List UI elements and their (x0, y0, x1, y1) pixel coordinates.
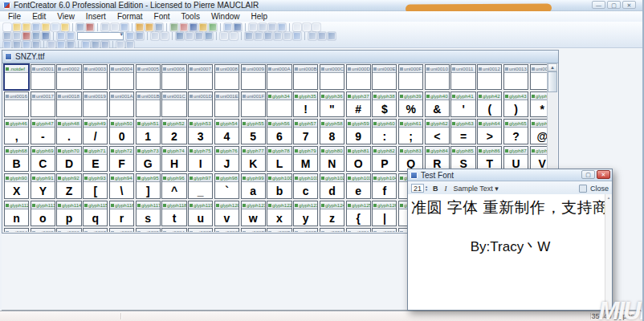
glyph-cell-glyph120[interactable]: glyph120v (214, 201, 239, 226)
glyph-cell-glyph90[interactable]: glyph90X (4, 173, 29, 199)
toolbar-icon[interactable] (259, 23, 267, 31)
glyph-cell-uni0088[interactable]: uni0088 (109, 228, 134, 232)
toolbar-combobox[interactable] (77, 32, 124, 40)
glyph-cell-uni0004[interactable]: uni0004 (109, 64, 134, 90)
toolbar-icon[interactable] (42, 32, 50, 40)
glyph-cell-glyph34[interactable]: glyph34 (267, 91, 291, 117)
dialog-close-button[interactable]: Close (590, 185, 609, 193)
toolbar-icon[interactable] (268, 23, 276, 31)
glyph-cell-glyph98[interactable]: glyph98` (214, 173, 239, 199)
glyph-cell-glyph118[interactable]: glyph118t (161, 201, 186, 226)
toolbar-icon[interactable] (283, 32, 291, 40)
toolbar-icon[interactable] (22, 41, 31, 49)
glyph-cell-glyph69[interactable]: glyph69C (31, 146, 55, 172)
glyph-cell-uni0009[interactable]: uni0009 (241, 64, 266, 90)
glyph-cell-glyph100[interactable]: glyph100b (267, 173, 291, 199)
glyph-cell-uni0001[interactable]: uni0001 (31, 64, 55, 90)
toolbar-icon[interactable] (126, 32, 134, 40)
toolbar-icon[interactable] (42, 23, 50, 31)
italic-toggle[interactable]: I (442, 185, 448, 193)
toolbar-icon[interactable] (111, 23, 119, 31)
toolbar-icon[interactable] (61, 23, 69, 31)
glyph-cell-uni0014[interactable]: uni0014 (530, 64, 548, 90)
menu-item-format[interactable]: Format (112, 11, 149, 22)
glyph-cell-glyph60[interactable]: glyph60: (372, 119, 397, 144)
glyph-cell-glyph114[interactable]: glyph114p (56, 201, 81, 226)
glyph-cell-glyph38[interactable]: glyph38$ (372, 91, 397, 117)
glyph-cell-glyph125[interactable]: glyph125{ (346, 201, 371, 226)
toolbar-icon[interactable] (293, 23, 301, 31)
glyph-cell-glyph57[interactable]: glyph577 (293, 119, 318, 144)
menu-item-help[interactable]: Help (246, 11, 274, 22)
toolbar-icon[interactable] (82, 41, 90, 49)
glyph-cell-uni008D[interactable]: uni008D (241, 228, 266, 232)
toolbar-icon[interactable] (116, 41, 124, 49)
glyph-cell-uni0089[interactable]: uni0089 (136, 228, 161, 232)
toolbar-icon[interactable] (3, 41, 11, 49)
glyph-cell-glyph116[interactable]: glyph116r (109, 201, 134, 226)
toolbar-icon[interactable] (312, 23, 320, 31)
glyph-cell-glyph104[interactable]: glyph104f (372, 173, 397, 199)
glyph-cell-glyph124[interactable]: glyph124z (320, 201, 344, 226)
toolbar-icon[interactable] (170, 23, 178, 31)
glyph-cell-uni008F[interactable]: uni008F (293, 228, 318, 232)
glyph-cell-uni0005[interactable]: uni0005 (136, 64, 161, 90)
glyph-cell-glyph119[interactable]: glyph119u (188, 201, 213, 226)
glyph-cell-glyph41[interactable]: glyph41' (450, 91, 475, 117)
toolbar-icon[interactable] (67, 32, 75, 40)
glyph-cell-glyph37[interactable]: glyph37# (346, 91, 371, 117)
glyph-cell-uni001C[interactable]: uni001C (161, 91, 186, 117)
glyph-cell-uni008C[interactable]: uni008C (214, 228, 239, 232)
glyph-cell-glyph79[interactable]: glyph79M (293, 146, 318, 172)
glyph-cell-glyph35[interactable]: glyph35! (293, 91, 318, 117)
glyph-cell-uni0086[interactable]: uni0086 (56, 228, 81, 232)
toolbar-icon[interactable] (136, 32, 144, 40)
glyph-cell-glyph64[interactable]: glyph64> (477, 119, 502, 144)
toolbar-icon[interactable] (3, 23, 11, 31)
toolbar-icon[interactable] (205, 32, 213, 40)
glyph-cell-glyph58[interactable]: glyph588 (320, 119, 344, 144)
close-button[interactable]: ✕ (622, 1, 636, 9)
glyph-cell-glyph78[interactable]: glyph78L (267, 146, 291, 172)
toolbar-icon[interactable] (13, 23, 21, 31)
glyph-cell-uni0018[interactable]: uni0018 (56, 91, 81, 117)
minimize-button[interactable]: — (592, 1, 605, 9)
document-title-bar[interactable]: SNZY.ttf (2, 51, 558, 63)
glyph-cell-glyph95[interactable]: glyph95] (136, 173, 161, 199)
toolbar-icon[interactable] (32, 32, 40, 40)
glyph-cell-uni001E[interactable]: uni001E (214, 91, 239, 117)
glyph-cell-glyph47[interactable]: glyph47- (31, 119, 55, 144)
glyph-cell-uni0085[interactable]: uni0085 (31, 228, 55, 232)
toolbar-icon[interactable] (67, 41, 75, 49)
glyph-cell-uni008E[interactable]: uni008E (267, 228, 291, 232)
toolbar-icon[interactable] (92, 41, 100, 49)
glyph-cell-glyph122[interactable]: glyph122x (267, 201, 291, 226)
glyph-cell-uni001F[interactable]: uni001F (241, 91, 266, 117)
toolbar-icon[interactable] (51, 23, 59, 31)
glyph-cell-glyph103[interactable]: glyph103e (346, 173, 371, 199)
toolbar-icon[interactable] (274, 32, 282, 40)
glyph-cell-uni008A[interactable]: uni008A (161, 228, 186, 232)
glyph-cell-glyph55[interactable]: glyph555 (241, 119, 266, 144)
toolbar-icon[interactable] (199, 23, 207, 31)
stepper-arrows-icon[interactable]: ▲▼ (425, 185, 428, 192)
glyph-cell-glyph44[interactable]: glyph44* (530, 91, 548, 117)
toolbar-icon[interactable] (155, 23, 163, 31)
menu-item-edit[interactable]: Edit (26, 11, 51, 22)
glyph-cell-glyph66[interactable]: glyph66@ (530, 119, 548, 144)
glyph-cell-glyph36[interactable]: glyph36" (320, 91, 344, 117)
toolbar-icon[interactable] (22, 32, 31, 40)
glyph-cell-uni000C[interactable]: uni000C (320, 64, 344, 90)
glyph-cell-glyph94[interactable]: glyph94\ (109, 173, 134, 199)
glyph-cell-glyph76[interactable]: glyph76J (214, 146, 239, 172)
glyph-cell-glyph113[interactable]: glyph113o (31, 201, 55, 226)
glyph-cell-glyph72[interactable]: glyph72F (109, 146, 134, 172)
toolbar-icon[interactable] (3, 32, 11, 40)
menu-item-file[interactable]: File (2, 11, 26, 22)
pin-icon[interactable] (579, 185, 587, 193)
glyph-cell-glyph59[interactable]: glyph599 (346, 119, 371, 144)
glyph-cell-glyph54[interactable]: glyph544 (214, 119, 239, 144)
glyph-cell-uni001A[interactable]: uni001A (109, 91, 134, 117)
glyph-cell-uni000B[interactable]: uni000B (293, 64, 318, 90)
toolbar-icon[interactable] (13, 41, 21, 49)
